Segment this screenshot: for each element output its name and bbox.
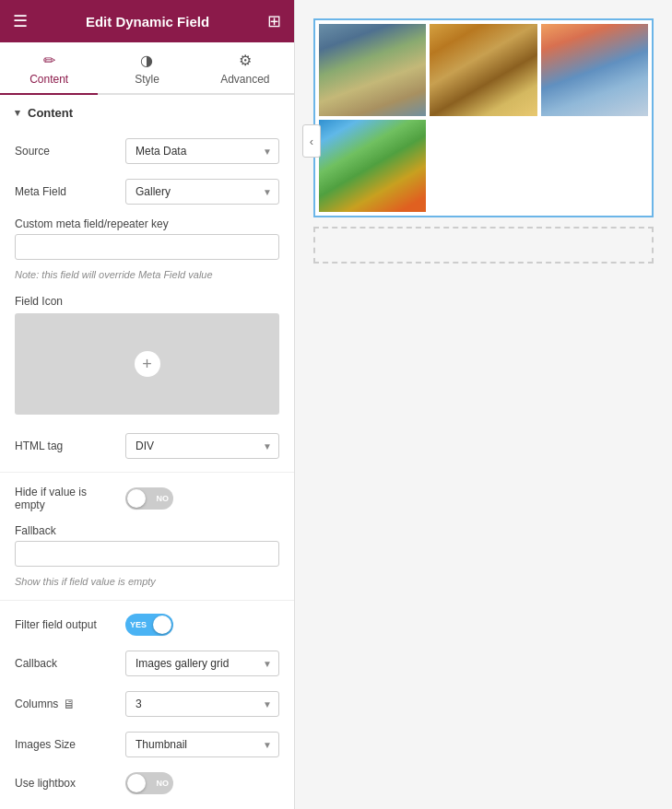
style-tab-icon: ◑	[140, 52, 153, 69]
callback-label: Callback	[15, 657, 116, 670]
fallback-row: Fallback	[0, 519, 294, 572]
field-icon-box[interactable]: +	[15, 313, 279, 415]
images-size-select-wrapper: Thumbnail Medium Large Full	[125, 732, 279, 757]
content-area: ▾ Content Source Meta Data Post Data Aut…	[0, 95, 294, 809]
filter-output-row: Filter field output YES	[0, 606, 294, 643]
source-select[interactable]: Meta Data Post Data Author Data	[125, 138, 279, 164]
html-tag-row: HTML tag DIV SPAN P	[0, 426, 294, 466]
filter-output-toggle[interactable]: YES	[125, 614, 173, 636]
toggle-label: NO	[157, 494, 170, 503]
style-tab-label: Style	[135, 73, 159, 86]
fallback-note: Show this if field value is empty	[0, 572, 294, 594]
dashed-drop-zone	[313, 227, 654, 264]
hamburger-icon[interactable]: ☰	[13, 11, 28, 31]
meta-field-select[interactable]: Gallery Image Text	[125, 179, 279, 205]
lightbox-toggle-label: NO	[157, 779, 170, 788]
source-row: Source Meta Data Post Data Author Data	[0, 131, 294, 171]
preview-area: ‹	[313, 18, 654, 264]
plus-icon: +	[142, 355, 152, 374]
section-label: Content	[28, 106, 73, 120]
toggle-knob	[127, 489, 146, 508]
content-tab-label: Content	[29, 73, 68, 86]
grid-icon[interactable]: ⊞	[267, 11, 281, 31]
columns-row: Columns 🖥 1 2 3 4 5 6	[0, 684, 294, 724]
callback-select[interactable]: Images gallery grid None Custom	[125, 651, 279, 676]
columns-select[interactable]: 1 2 3 4 5 6	[125, 691, 279, 717]
panel-collapse-arrow[interactable]: ‹	[302, 124, 321, 158]
gallery-image-london[interactable]	[319, 24, 426, 116]
meta-field-select-wrapper: Gallery Image Text	[125, 179, 279, 205]
gallery-image-park-guell[interactable]	[319, 120, 426, 212]
use-lightbox-label: Use lightbox	[15, 777, 116, 790]
use-lightbox-row: Use lightbox NO	[0, 765, 294, 802]
images-size-row: Images Size Thumbnail Medium Large Full	[0, 724, 294, 765]
images-size-label: Images Size	[15, 738, 116, 751]
callback-select-wrapper: Images gallery grid None Custom	[125, 651, 279, 676]
add-icon-button[interactable]: +	[135, 351, 160, 377]
content-tab-icon: ✏	[43, 52, 55, 69]
use-lightbox-toggle[interactable]: NO	[125, 772, 173, 794]
right-panel: ‹	[295, 0, 672, 809]
callback-row: Callback Images gallery grid None Custom	[0, 643, 294, 684]
custom-meta-note: Note: this field will override Meta Fiel…	[0, 265, 294, 287]
lightbox-toggle-knob	[127, 774, 146, 792]
tab-bar: ✏ Content ◑ Style ⚙ Advanced	[0, 42, 294, 95]
custom-meta-input[interactable]	[15, 234, 279, 260]
custom-meta-row: Custom meta field/repeater key	[0, 212, 294, 265]
hide-empty-label: Hide if value is empty	[15, 486, 116, 511]
html-tag-select[interactable]: DIV SPAN P	[125, 433, 279, 459]
meta-field-label: Meta Field	[15, 185, 116, 198]
columns-select-wrapper: 1 2 3 4 5 6	[125, 691, 279, 717]
left-panel: ☰ Edit Dynamic Field ⊞ ✏ Content ◑ Style…	[0, 0, 295, 809]
tab-style[interactable]: ◑ Style	[98, 42, 195, 95]
html-tag-label: HTML tag	[15, 440, 116, 452]
section-header[interactable]: ▾ Content	[0, 95, 294, 131]
page-title: Edit Dynamic Field	[86, 14, 209, 29]
hide-empty-toggle[interactable]: NO	[125, 487, 173, 510]
hide-empty-row: Hide if value is empty NO	[0, 478, 294, 519]
filter-output-label: Filter field output	[15, 618, 116, 631]
gallery-image-paris[interactable]	[541, 24, 648, 116]
advanced-tab-icon: ⚙	[239, 52, 252, 69]
tab-content[interactable]: ✏ Content	[0, 42, 98, 95]
source-label: Source	[15, 145, 116, 158]
advanced-tab-label: Advanced	[220, 73, 269, 86]
filter-toggle-knob	[153, 616, 171, 634]
arrow-left-icon: ‹	[310, 135, 313, 148]
images-size-select[interactable]: Thumbnail Medium Large Full	[125, 732, 279, 757]
columns-label: Columns	[15, 698, 58, 710]
filter-toggle-label: YES	[130, 620, 147, 629]
gallery-grid	[313, 18, 654, 217]
section-arrow-icon: ▾	[15, 107, 20, 119]
source-select-wrapper: Meta Data Post Data Author Data	[125, 138, 279, 164]
monitor-icon: 🖥	[63, 697, 76, 711]
header: ☰ Edit Dynamic Field ⊞	[0, 0, 294, 42]
field-icon-label: Field Icon	[0, 287, 294, 313]
tab-advanced[interactable]: ⚙ Advanced	[196, 42, 294, 95]
fallback-label: Fallback	[15, 524, 279, 541]
meta-field-row: Meta Field Gallery Image Text	[0, 171, 294, 212]
gallery-image-colosseum[interactable]	[430, 24, 536, 116]
custom-meta-label: Custom meta field/repeater key	[15, 217, 279, 234]
html-tag-select-wrapper: DIV SPAN P	[125, 433, 279, 459]
fallback-input[interactable]	[15, 541, 279, 567]
